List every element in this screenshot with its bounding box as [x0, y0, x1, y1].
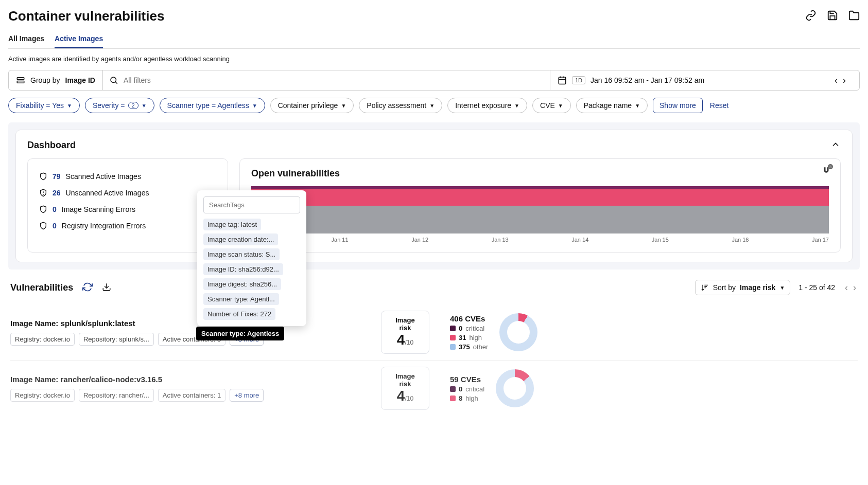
shield-alert-icon [39, 189, 47, 197]
cve-legend-row: 31high [450, 334, 488, 342]
date-range-selector[interactable]: 1D Jan 16 09:52 am - Jan 17 09:52 am ‹ › [550, 70, 859, 90]
filter-container-privilege[interactable]: Container privilege▼ [270, 98, 354, 113]
popover-tag-item[interactable]: Image digest: sha256... [203, 278, 281, 290]
cve-legend-row: 0critical [450, 325, 488, 332]
filter-internet-exposure[interactable]: Internet exposure▼ [447, 98, 527, 113]
image-tag-chip[interactable]: Registry: docker.io [10, 389, 75, 402]
image-name[interactable]: Image Name: rancher/calico-node:v3.16.5 [10, 375, 360, 384]
image-tag-chip[interactable]: Repository: rancher/... [79, 389, 154, 402]
chevron-down-icon: ▼ [558, 103, 563, 109]
tab-all-images[interactable]: All Images [8, 30, 44, 48]
popover-tag-item[interactable]: Image creation date:... [203, 233, 278, 245]
popover-tag-item[interactable]: Image scan status: S... [203, 248, 280, 260]
image-name[interactable]: Image Name: splunk/splunk:latest [10, 319, 360, 328]
open-vulnerabilities-title: Open vulnerabilities [251, 168, 829, 179]
folder-icon[interactable] [848, 10, 860, 23]
vulnerability-row: Image Name: rancher/calico-node:v3.16.5R… [10, 361, 858, 416]
chart-x-label: Jan 11 [332, 237, 349, 243]
chart-x-label: Jan 16 [732, 237, 749, 243]
save-icon[interactable] [827, 10, 838, 23]
svg-rect-1 [17, 81, 24, 83]
chart-filter-icon[interactable]: 3 [822, 166, 831, 175]
tab-description: Active images are identified by agents a… [8, 55, 860, 63]
page-prev-icon[interactable]: ‹ [845, 282, 848, 293]
cve-legend-row: 0critical [450, 385, 484, 393]
sort-icon [701, 283, 709, 292]
chart-x-label: Jan 17 [812, 237, 829, 243]
cve-legend-row: 8high [450, 394, 484, 402]
filter-package-name[interactable]: Package name▼ [576, 98, 648, 113]
chart-x-label: Jan 14 [571, 237, 588, 243]
svg-point-9 [43, 194, 44, 194]
group-by-selector[interactable]: Group by Image ID [9, 70, 103, 90]
dashboard-title: Dashboard [27, 140, 76, 151]
popover-tag-item[interactable]: Scanner type: Agentl... [203, 293, 279, 305]
tags-search-input[interactable] [203, 196, 300, 213]
search-input[interactable] [124, 76, 544, 84]
popover-tag-item[interactable]: Image ID: sha256:d92... [203, 263, 283, 275]
image-tag-chip[interactable]: Active containers: 1 [158, 389, 225, 402]
date-range-badge: 1D [572, 76, 585, 84]
svg-rect-4 [559, 77, 566, 84]
cve-total: 406 CVEs [450, 314, 488, 323]
image-tag-chip[interactable]: Registry: docker.io [10, 333, 75, 346]
cve-summary: 59 CVEs0critical8high [450, 369, 534, 407]
refresh-icon[interactable] [82, 282, 93, 294]
collapse-icon[interactable] [830, 139, 841, 151]
image-risk-box: Image risk4/10 [381, 311, 429, 354]
popover-tag-item[interactable]: Image tag: latest [203, 219, 261, 230]
chevron-down-icon: ▼ [252, 103, 257, 109]
popover-tag-item[interactable]: Number of Fixes: 272 [203, 308, 275, 320]
date-prev-icon[interactable]: ‹ [834, 75, 839, 86]
group-by-prefix: Group by [30, 76, 60, 84]
download-icon[interactable] [102, 282, 111, 293]
sort-prefix: Sort by [713, 283, 736, 292]
search-icon [109, 76, 118, 85]
group-icon [16, 76, 25, 85]
cve-donut-chart [496, 369, 534, 407]
chevron-down-icon: ▼ [635, 103, 640, 109]
tab-active-images[interactable]: Active Images [55, 30, 103, 48]
svg-point-2 [111, 77, 116, 83]
chart-x-label: Jan 15 [652, 237, 669, 243]
filter-scanner-type[interactable]: Scanner type = Agentless▼ [160, 98, 265, 113]
page-next-icon[interactable]: › [853, 282, 856, 293]
tags-popover: Image tag: latestImage creation date:...… [197, 190, 306, 326]
image-tag-chip[interactable]: Repository: splunk/s... [79, 333, 154, 346]
date-range-text: Jan 16 09:52 am - Jan 17 09:52 am [591, 76, 704, 84]
vulnerabilities-chart: Jan 10Jan 11Jan 12Jan 13Jan 14Jan 15Jan … [251, 186, 829, 243]
stat-unscanned-images: 26Unscanned Active Images [39, 189, 216, 197]
filter-severity[interactable]: Severity =2▼ [85, 98, 154, 113]
chevron-down-icon: ▼ [514, 103, 519, 109]
sort-value: Image risk [740, 283, 775, 292]
filter-cve[interactable]: CVE▼ [532, 98, 571, 113]
calendar-icon [558, 76, 567, 85]
sort-selector[interactable]: Sort by Image risk ▼ [695, 280, 791, 295]
shield-icon [39, 205, 47, 213]
vulnerability-row: Image Name: splunk/splunk:latestRegistry… [10, 304, 858, 361]
link-icon[interactable] [805, 10, 817, 23]
chevron-down-icon: ▼ [341, 103, 346, 109]
date-next-icon[interactable]: › [842, 75, 847, 86]
shield-icon [39, 222, 47, 230]
filter-fixability[interactable]: Fixability = Yes▼ [8, 98, 80, 113]
shield-icon [39, 172, 47, 181]
chevron-down-icon: ▼ [67, 103, 72, 109]
chart-x-label: Jan 12 [411, 237, 428, 243]
show-more-filters-button[interactable]: Show more [653, 98, 703, 113]
chevron-down-icon: ▼ [142, 103, 147, 109]
group-by-value: Image ID [65, 76, 95, 84]
chart-x-label: Jan 13 [492, 237, 509, 243]
filter-policy-assessment[interactable]: Policy assessment▼ [359, 98, 442, 113]
stat-scanning-errors: 0Image Scanning Errors [39, 205, 216, 213]
svg-rect-0 [17, 78, 24, 80]
cve-donut-chart [499, 313, 537, 351]
reset-filters-link[interactable]: Reset [710, 101, 729, 110]
stat-registry-errors: 0Registry Integration Errors [39, 222, 216, 230]
filter-count-badge: 3 [828, 164, 833, 169]
cve-summary: 406 CVEs0critical31high375other [450, 313, 537, 351]
more-tags-chip[interactable]: +8 more [230, 389, 264, 402]
page-title: Container vulnerabilities [8, 8, 164, 24]
vulnerabilities-title: Vulnerabilities [10, 282, 73, 293]
chevron-down-icon: ▼ [779, 285, 785, 291]
